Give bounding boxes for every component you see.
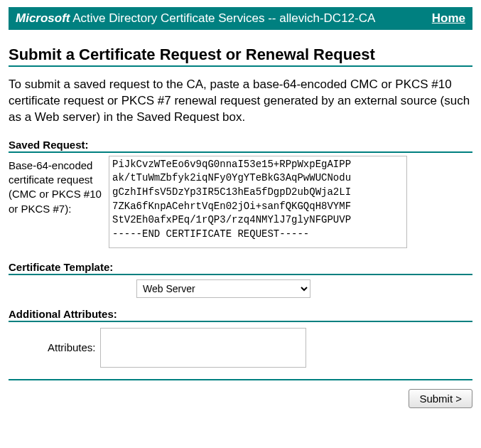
brand-text: Microsoft bbox=[16, 11, 70, 25]
title-divider bbox=[9, 65, 472, 67]
submit-row: Submit > bbox=[9, 389, 472, 408]
saved-request-description: Base-64-encoded certificate request (CMC… bbox=[9, 156, 104, 216]
header-bar: Microsoft Active Directory Certificate S… bbox=[9, 7, 472, 30]
saved-request-row: Base-64-encoded certificate request (CMC… bbox=[9, 156, 472, 248]
certificate-template-divider bbox=[9, 274, 472, 275]
home-link[interactable]: Home bbox=[432, 11, 465, 25]
submit-button[interactable]: Submit > bbox=[409, 389, 472, 408]
certificate-template-label: Certificate Template: bbox=[9, 261, 472, 273]
header-nav: Home bbox=[432, 11, 465, 26]
additional-attributes-label: Additional Attributes: bbox=[9, 308, 472, 320]
attributes-row: Attributes: bbox=[9, 328, 472, 368]
attributes-textarea[interactable] bbox=[100, 328, 306, 368]
attributes-field-label: Attributes: bbox=[48, 341, 96, 353]
page-title: Submit a Certificate Request or Renewal … bbox=[9, 46, 472, 64]
header-title: Microsoft Active Directory Certificate S… bbox=[16, 11, 375, 26]
certificate-template-select[interactable]: Web Server bbox=[136, 279, 310, 298]
saved-request-textarea[interactable] bbox=[109, 156, 407, 248]
additional-attributes-divider bbox=[9, 321, 472, 322]
service-text: Active Directory Certificate Services --… bbox=[70, 11, 376, 25]
saved-request-divider bbox=[9, 151, 472, 153]
intro-text: To submit a saved request to the CA, pas… bbox=[9, 77, 472, 126]
submit-divider bbox=[9, 379, 472, 380]
certificate-template-row: Web Server bbox=[9, 279, 472, 298]
saved-request-label: Saved Request: bbox=[9, 139, 472, 151]
